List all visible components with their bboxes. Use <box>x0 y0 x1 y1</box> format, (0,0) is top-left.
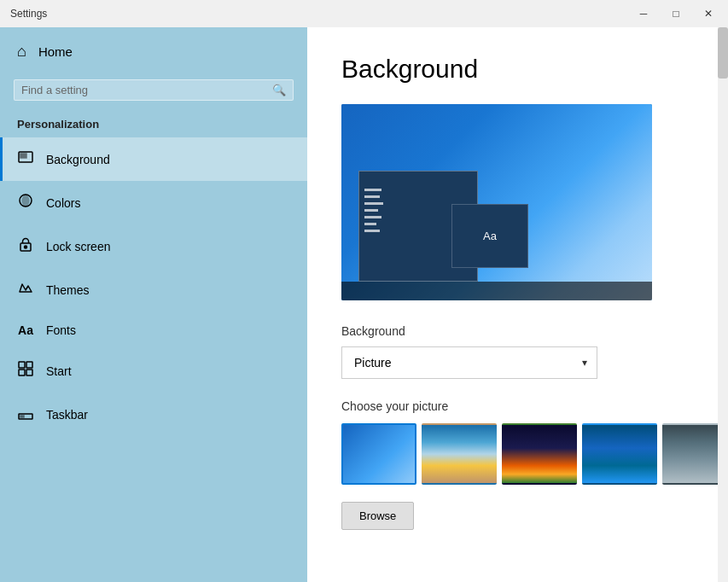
preview-line <box>364 189 381 191</box>
sidebar-item-background[interactable]: Background <box>0 137 307 181</box>
sidebar-item-start[interactable]: Start <box>0 349 307 393</box>
preview-window-lines <box>364 189 383 232</box>
sidebar-item-themes[interactable]: Themes <box>0 268 307 311</box>
preview-taskbar <box>341 282 652 300</box>
app-title: Settings <box>10 8 47 20</box>
colors-svg-icon <box>18 193 33 208</box>
taskbar-label: Taskbar <box>46 408 88 422</box>
svg-rect-8 <box>26 370 32 375</box>
preview-background: Aa <box>341 104 652 300</box>
colors-icon <box>17 193 34 212</box>
start-svg-icon <box>18 361 33 376</box>
choose-picture-label: Choose your picture <box>341 399 694 413</box>
desktop-preview: Aa <box>341 104 652 300</box>
section-title: Personalization <box>0 111 307 137</box>
search-box: 🔍 <box>14 79 294 101</box>
lock-screen-icon <box>17 236 34 256</box>
lock-screen-label: Lock screen <box>46 240 110 253</box>
colors-label: Colors <box>46 196 80 210</box>
sidebar-item-home[interactable]: ⌂ Home <box>0 27 307 76</box>
title-bar: Settings ─ □ ✕ <box>0 0 728 27</box>
fonts-icon: Aa <box>17 323 34 337</box>
search-icon: 🔍 <box>272 84 286 96</box>
svg-rect-1 <box>20 154 26 158</box>
preview-line <box>364 230 380 232</box>
svg-rect-10 <box>20 416 24 417</box>
home-icon: ⌂ <box>17 43 26 61</box>
preview-line <box>364 195 380 198</box>
preview-line <box>364 209 378 212</box>
sidebar: ⌂ Home 🔍 Personalization Background <box>0 27 307 582</box>
background-label: Background <box>46 153 110 166</box>
picture-thumb-2[interactable] <box>422 423 497 485</box>
svg-rect-6 <box>26 362 32 368</box>
background-dropdown[interactable]: Picture Solid color Slideshow <box>341 346 597 379</box>
scrollbar-track[interactable] <box>718 27 728 582</box>
themes-label: Themes <box>46 283 90 297</box>
picture-thumb-4[interactable] <box>582 423 657 485</box>
page-title: Background <box>341 55 694 84</box>
themes-icon <box>17 280 34 300</box>
start-icon <box>17 361 34 381</box>
scrollbar-thumb[interactable] <box>718 27 728 79</box>
search-input[interactable] <box>21 84 272 96</box>
taskbar-icon <box>17 404 34 424</box>
browse-button[interactable]: Browse <box>341 502 414 530</box>
picture-thumb-3[interactable] <box>502 423 577 485</box>
background-setting-label: Background <box>341 324 694 338</box>
svg-rect-5 <box>19 362 25 368</box>
sidebar-item-lock-screen[interactable]: Lock screen <box>0 224 307 268</box>
sidebar-item-colors[interactable]: Colors <box>0 181 307 224</box>
home-label: Home <box>38 44 73 59</box>
choose-picture-section: Choose your picture Browse <box>341 399 694 530</box>
background-icon <box>17 149 34 169</box>
preview-line <box>364 202 383 205</box>
preview-line <box>364 216 381 218</box>
background-svg-icon <box>18 149 33 165</box>
preview-window: Aa <box>358 171 478 282</box>
themes-svg-icon <box>18 280 33 295</box>
lock-svg-icon <box>18 236 33 252</box>
start-label: Start <box>46 364 72 378</box>
picture-thumb-1[interactable] <box>341 423 416 485</box>
preview-line <box>364 223 376 225</box>
preview-inner-window: Aa <box>451 204 528 268</box>
svg-rect-7 <box>19 370 25 375</box>
background-dropdown-wrapper: Picture Solid color Slideshow ▾ <box>341 346 597 379</box>
svg-point-4 <box>25 246 27 248</box>
picture-grid <box>341 423 694 485</box>
main-content: Background Aa <box>307 27 728 582</box>
sidebar-item-fonts[interactable]: Aa Fonts <box>0 311 307 349</box>
close-button[interactable]: ✕ <box>689 0 728 27</box>
window-controls: ─ □ ✕ <box>624 0 718 27</box>
sidebar-item-taskbar[interactable]: Taskbar <box>0 393 307 436</box>
app-container: ⌂ Home 🔍 Personalization Background <box>0 27 728 582</box>
taskbar-svg-icon <box>18 404 33 420</box>
fonts-label: Fonts <box>46 323 76 337</box>
